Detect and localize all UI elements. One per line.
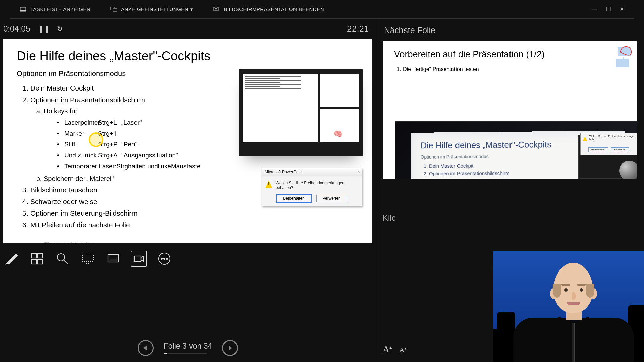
monitor-photo: Die Hilfe deines „Master"-Cockpits Optio… (395, 121, 637, 179)
camera-button[interactable] (131, 251, 147, 267)
more-button[interactable] (156, 251, 172, 267)
svg-point-21 (161, 258, 162, 259)
show-taskbar-label: TASKLEISTE ANZEIGEN (30, 6, 90, 12)
subtitle-button[interactable] (105, 251, 121, 267)
svg-point-12 (57, 254, 65, 261)
svg-rect-18 (134, 256, 141, 261)
font-increase-button[interactable]: A▴ (383, 344, 392, 355)
ink-keep-dialog: Microsoft PowerPoint × Wollen Sie Ihre F… (262, 168, 362, 206)
pen-tool-button[interactable] (3, 251, 19, 267)
next-slide-button[interactable] (222, 340, 238, 356)
presenter-right-pane: Nächste Folie Vorbereiten auf die Präsen… (376, 19, 644, 362)
discard-button[interactable]: Verwerfen (316, 195, 347, 202)
list-item: Die "fertige" Präsentation testen (403, 66, 626, 72)
restore-icon[interactable]: ❐ (606, 6, 611, 12)
menubar: TASKLEISTE ANZEIGEN ANZEIGEEINSTELLUNGEN… (10, 0, 634, 19)
elapsed-time: 0:04:05 (3, 24, 30, 34)
webcam-feed[interactable] (493, 251, 644, 362)
display-settings-button[interactable]: ANZEIGEEINSTELLUNGEN ▾ (110, 6, 193, 12)
restart-timer-button[interactable]: ↻ (57, 25, 63, 33)
font-decrease-button[interactable]: A▾ (399, 346, 406, 354)
list-item: Optionen im Steuerung-Bildschirm (30, 208, 359, 219)
svg-rect-3 (113, 8, 117, 11)
svg-marker-7 (6, 254, 17, 264)
svg-rect-9 (38, 253, 42, 258)
next-slide-heading: Nächste Folie (384, 25, 644, 35)
font-size-controls: A▴ A▾ (383, 344, 407, 355)
svg-rect-10 (32, 259, 36, 264)
decorative-chip: ⇓ (611, 47, 631, 67)
svg-rect-16 (108, 255, 119, 262)
svg-marker-19 (141, 256, 144, 261)
display-settings-icon (110, 6, 117, 12)
slide-title: Die Hilfe deines „Master"-Cockpits (17, 49, 359, 63)
all-slides-button[interactable] (29, 251, 45, 267)
dialog-message: Wollen Sie Ihre Freihandanmerkungen beha… (276, 181, 359, 190)
window-controls: — ❐ ✕ (592, 6, 624, 12)
notes-placeholder[interactable]: Klic (383, 213, 396, 223)
slide-nav: Folie 3 von 34 (0, 340, 376, 356)
slide-counter: Folie 3 von 34 (164, 342, 212, 354)
end-show-icon (213, 6, 220, 12)
slide-progress (164, 353, 207, 354)
close-icon[interactable]: ✕ (620, 6, 624, 12)
taskbar-icon (20, 6, 26, 12)
wall-clock: 22:21 (347, 24, 369, 34)
presenter-toolbar (0, 243, 376, 274)
svg-rect-14 (83, 254, 93, 261)
svg-point-22 (164, 258, 165, 259)
svg-rect-8 (32, 253, 36, 258)
svg-rect-11 (38, 259, 42, 264)
next-slide-preview[interactable]: Vorbereiten auf die Präsentation (1/2) D… (383, 41, 637, 179)
presenter-left-pane: 0:04:05 ❚❚ ↻ 22:21 Die Hilfe deines „Mas… (0, 19, 376, 362)
end-show-label: BILDSCHIRMPRÄSENTATION BEENDEN (224, 6, 324, 12)
display-settings-label: ANZEIGEEINSTELLUNGEN ▾ (121, 6, 193, 12)
pause-timer-button[interactable]: ❚❚ (38, 25, 50, 33)
svg-marker-25 (229, 345, 232, 351)
zoom-button[interactable] (54, 251, 70, 267)
warning-icon (265, 181, 272, 188)
show-taskbar-button[interactable]: TASKLEISTE ANZEIGEN (20, 6, 90, 12)
minimize-icon[interactable]: — (592, 6, 597, 12)
end-show-button[interactable]: BILDSCHIRMPRÄSENTATION BEENDEN (213, 6, 324, 12)
slide-author: Thomas Hruska (44, 240, 359, 243)
next-slide-title: Vorbereiten auf die Präsentation (1/2) (394, 49, 626, 60)
svg-rect-1 (20, 10, 26, 11)
current-slide[interactable]: Die Hilfe deines „Master"-Cockpits Optio… (3, 39, 372, 243)
black-screen-button[interactable] (80, 251, 96, 267)
keep-button[interactable]: Beibehalten (277, 195, 311, 202)
svg-line-13 (64, 260, 68, 264)
prev-slide-button[interactable] (138, 340, 154, 356)
brain-icon: 🧠 (333, 130, 342, 138)
svg-point-23 (166, 258, 168, 259)
presenter-header: 0:04:05 ❚❚ ↻ 22:21 (0, 19, 376, 39)
svg-marker-24 (144, 345, 147, 351)
dialog-title: Microsoft PowerPoint (262, 168, 362, 176)
mini-presenter-thumb: 🧠 (239, 69, 363, 156)
list-item: Mit Pfeilen auf die nächste Folie (30, 220, 359, 231)
dialog-close-icon[interactable]: × (358, 169, 360, 174)
